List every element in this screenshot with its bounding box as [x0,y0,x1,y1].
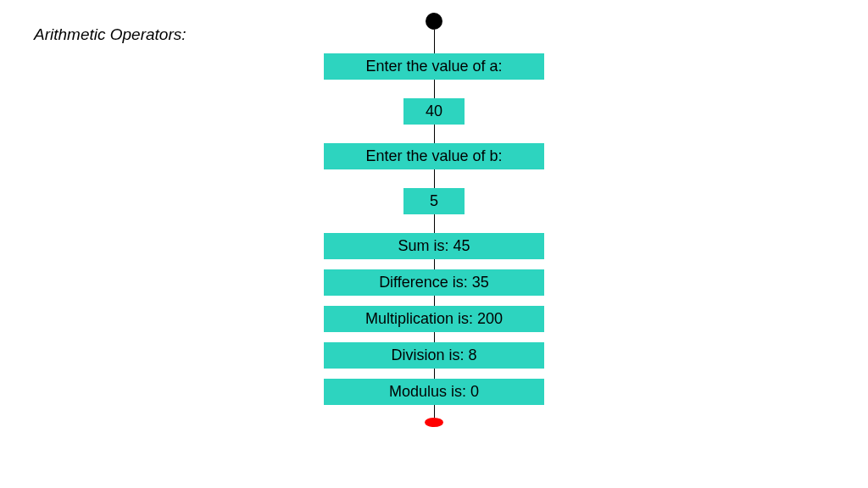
step-multiplication: Multiplication is: 200 [324,306,544,332]
step-prompt-a: Enter the value of a: [324,53,544,80]
connector [434,405,435,418]
connector [434,30,435,53]
connector [434,259,435,269]
connector [434,169,435,188]
connector [434,332,435,342]
flowchart: Enter the value of a: 40 Enter the value… [0,13,868,427]
start-node [426,13,442,30]
step-value-a: 40 [403,98,465,125]
step-sum: Sum is: 45 [324,233,544,259]
step-modulus: Modulus is: 0 [324,379,544,405]
connector [434,125,435,143]
step-prompt-b: Enter the value of b: [324,143,544,169]
step-division: Division is: 8 [324,342,544,369]
connector [434,296,435,306]
connector [434,369,435,379]
step-difference: Difference is: 35 [324,269,544,296]
connector [434,80,435,98]
step-value-b: 5 [403,188,465,214]
connector [434,214,435,233]
end-node [425,418,443,427]
